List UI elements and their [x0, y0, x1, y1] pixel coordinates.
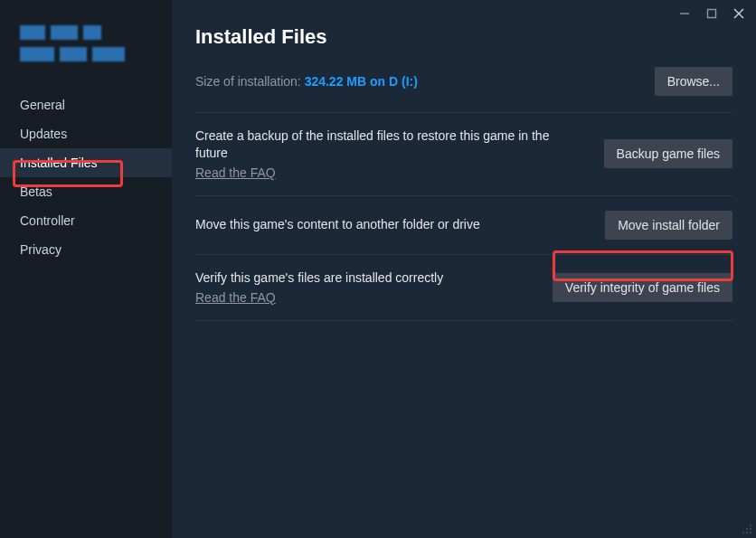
- main-panel: Installed Files Size of installation: 32…: [172, 0, 756, 538]
- backup-row: Create a backup of the installed files t…: [195, 113, 732, 195]
- verify-row: Verify this game's files are installed c…: [195, 255, 732, 320]
- game-title-redacted: [0, 25, 172, 80]
- resize-grip-icon[interactable]: [742, 524, 752, 534]
- close-icon[interactable]: [732, 7, 745, 20]
- svg-rect-1: [708, 10, 716, 18]
- minimize-icon[interactable]: [678, 7, 691, 20]
- sidebar-item-general[interactable]: General: [0, 90, 172, 119]
- sidebar-item-updates[interactable]: Updates: [0, 119, 172, 148]
- verify-button[interactable]: Verify integrity of game files: [553, 273, 732, 302]
- verify-faq-link[interactable]: Read the FAQ: [195, 290, 276, 305]
- install-size-label: Size of installation:: [195, 74, 305, 89]
- install-size-row: Size of installation: 324.22 MB on D (I:…: [195, 67, 732, 112]
- move-button[interactable]: Move install folder: [605, 211, 732, 240]
- maximize-icon[interactable]: [705, 7, 718, 20]
- svg-point-5: [750, 528, 751, 530]
- verify-desc: Verify this game's files are installed c…: [195, 269, 534, 287]
- divider: [195, 320, 732, 321]
- svg-point-8: [746, 532, 748, 533]
- svg-point-9: [742, 532, 744, 533]
- backup-button[interactable]: Backup game files: [604, 139, 732, 168]
- backup-desc: Create a backup of the installed files t…: [195, 127, 566, 162]
- page-title: Installed Files: [195, 25, 732, 49]
- move-desc: Move this game's content to another fold…: [195, 216, 566, 233]
- sidebar-item-betas[interactable]: Betas: [0, 177, 172, 206]
- sidebar-item-privacy[interactable]: Privacy: [0, 235, 172, 264]
- browse-button[interactable]: Browse...: [655, 67, 732, 96]
- content: Installed Files Size of installation: 32…: [172, 0, 756, 321]
- window-controls: [678, 7, 745, 20]
- svg-point-6: [746, 528, 748, 530]
- svg-point-7: [750, 532, 751, 533]
- backup-faq-link[interactable]: Read the FAQ: [195, 165, 276, 180]
- svg-point-4: [750, 524, 751, 526]
- move-row: Move this game's content to another fold…: [195, 196, 732, 254]
- sidebar-item-installed-files[interactable]: Installed Files: [0, 148, 172, 177]
- sidebar-nav: General Updates Installed Files Betas Co…: [0, 90, 172, 264]
- install-size-value: 324.22 MB on D (I:): [305, 74, 418, 89]
- sidebar: General Updates Installed Files Betas Co…: [0, 0, 172, 538]
- sidebar-item-controller[interactable]: Controller: [0, 206, 172, 235]
